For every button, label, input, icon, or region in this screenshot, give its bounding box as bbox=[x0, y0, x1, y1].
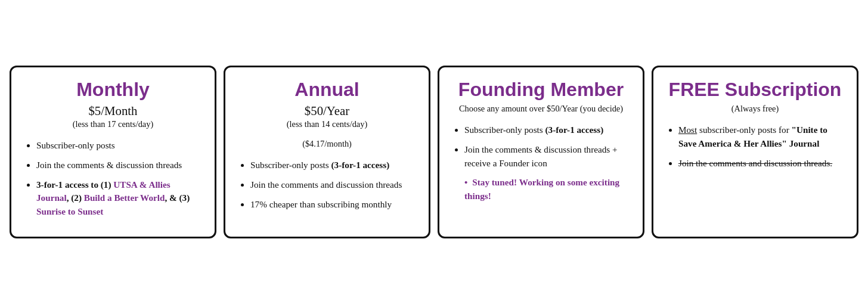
founding-feature-1: Subscriber-only posts (3-for-1 access) bbox=[464, 123, 632, 137]
monthly-note: (less than 17 cents/day) bbox=[73, 119, 153, 129]
monthly-feature-2: Join the comments & discussion threads bbox=[36, 159, 204, 172]
annual-features: Subscriber-only posts (3-for-1 access) J… bbox=[236, 159, 418, 217]
free-title: FREE Subscription bbox=[669, 79, 842, 100]
monthly-feature-3: 3-for-1 access to (1) UTSA & Allies Jour… bbox=[36, 178, 204, 219]
pricing-cards-container: Monthly $5/Month (less than 17 cents/day… bbox=[10, 66, 858, 238]
founding-feature-3: Stay tuned! Working on some exciting thi… bbox=[464, 176, 632, 203]
annual-card: Annual $50/Year (less than 14 cents/day)… bbox=[224, 66, 430, 238]
annual-title: Annual bbox=[294, 79, 359, 100]
free-note: (Always free) bbox=[731, 104, 779, 114]
annual-price: $50/Year bbox=[305, 104, 349, 118]
free-feature-1: Most subscriber-only posts for "Unite to… bbox=[678, 123, 846, 151]
founding-note: Choose any amount over $50/Year (you dec… bbox=[459, 104, 623, 114]
monthly-card: Monthly $5/Month (less than 17 cents/day… bbox=[10, 66, 216, 238]
free-features: Most subscriber-only posts for "Unite to… bbox=[664, 123, 846, 176]
founding-feature-2: Join the comments & discussion threads +… bbox=[464, 143, 632, 170]
monthly-feature-1: Subscriber-only posts bbox=[36, 139, 204, 153]
monthly-price: $5/Month bbox=[88, 104, 137, 118]
monthly-features: Subscriber-only posts Join the comments … bbox=[22, 139, 204, 225]
annual-note-2: ($4.17/month) bbox=[302, 139, 352, 149]
annual-note-1: (less than 14 cents/day) bbox=[287, 119, 367, 129]
founding-features: Subscriber-only posts (3-for-1 access) J… bbox=[450, 123, 632, 209]
free-card: FREE Subscription (Always free) Most sub… bbox=[652, 66, 858, 238]
annual-feature-3: 17% cheaper than subscribing monthly bbox=[250, 198, 418, 212]
founding-title: Founding Member bbox=[458, 79, 624, 100]
monthly-title: Monthly bbox=[76, 79, 150, 100]
annual-feature-1: Subscriber-only posts (3-for-1 access) bbox=[250, 159, 418, 172]
free-feature-2: Join the comments and discussion threads… bbox=[678, 157, 846, 170]
annual-feature-2: Join the comments and discussion threads bbox=[250, 178, 418, 192]
founding-card: Founding Member Choose any amount over $… bbox=[438, 66, 644, 238]
